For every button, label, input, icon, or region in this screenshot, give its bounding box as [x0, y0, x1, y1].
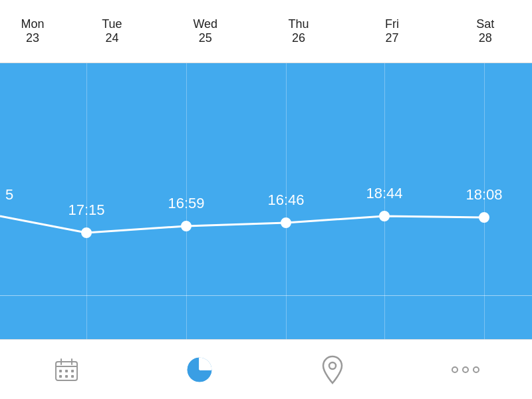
day-name-wed: Wed	[193, 17, 217, 31]
day-header: Mon 23 Tue 24 Wed 25 Thu 26 Fri 27 Sat 2…	[0, 0, 532, 63]
day-name-sat: Sat	[476, 17, 494, 31]
time-label-2: 16:46	[267, 192, 304, 208]
svg-rect-5	[65, 370, 68, 372]
time-label-3: 18:44	[366, 185, 402, 201]
calendar-icon	[52, 355, 81, 384]
chart-point-4	[479, 213, 489, 222]
tab-location[interactable]	[266, 340, 399, 399]
tab-more[interactable]	[399, 340, 532, 399]
svg-rect-6	[71, 370, 74, 372]
chart-point-1	[182, 221, 191, 231]
day-num-wed: 25	[199, 31, 212, 45]
day-col-tue[interactable]: Tue 24	[65, 0, 158, 63]
day-col-mon[interactable]: Mon 23	[0, 0, 65, 63]
day-num-mon: 23	[26, 31, 39, 45]
chart-area: 17:15 16:59 16:46 18:44 18:08 5	[0, 63, 532, 369]
svg-rect-7	[59, 375, 62, 378]
tab-bar	[0, 339, 532, 399]
time-label-4: 18:08	[466, 186, 502, 203]
time-label-left: 5	[5, 186, 13, 203]
time-label-0: 17:15	[68, 201, 104, 218]
day-col-wed[interactable]: Wed 25	[159, 0, 252, 63]
day-num-tue: 24	[105, 31, 118, 45]
chart-point-2	[281, 218, 291, 227]
day-col-fri[interactable]: Fri 27	[345, 0, 438, 63]
svg-point-16	[473, 367, 479, 372]
pie-chart-icon	[185, 355, 214, 384]
svg-point-15	[463, 367, 468, 372]
svg-rect-9	[71, 375, 74, 378]
day-col-sat[interactable]: Sat 28	[439, 0, 532, 63]
day-col-thu[interactable]: Thu 26	[252, 0, 345, 63]
day-num-fri: 27	[385, 31, 398, 45]
chart-point-0	[82, 228, 91, 237]
time-label-1: 16:59	[168, 195, 204, 211]
tab-chart[interactable]	[133, 340, 266, 399]
chart-svg: 17:15 16:59 16:46 18:44 18:08 5	[0, 63, 532, 369]
day-name-fri: Fri	[385, 17, 399, 31]
day-num-sat: 28	[479, 31, 492, 45]
day-name-thu: Thu	[289, 17, 309, 31]
day-name-mon: Mon	[21, 17, 45, 31]
day-name-tue: Tue	[102, 17, 122, 31]
svg-point-13	[329, 362, 336, 369]
location-icon	[318, 355, 347, 384]
svg-rect-8	[65, 375, 68, 378]
svg-rect-4	[59, 370, 62, 372]
svg-point-14	[452, 367, 458, 372]
chart-point-3	[380, 211, 389, 221]
day-num-thu: 26	[292, 31, 305, 45]
more-icon	[451, 355, 480, 384]
tab-calendar[interactable]	[0, 340, 133, 399]
